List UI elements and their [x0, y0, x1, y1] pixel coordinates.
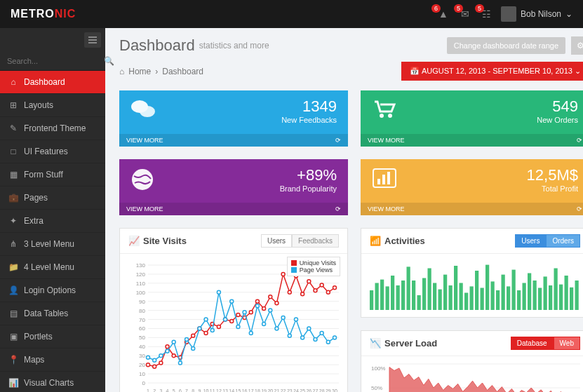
svg-point-101 — [172, 340, 175, 344]
svg-point-108 — [217, 290, 220, 294]
notif-2[interactable]: 5☷ — [482, 8, 491, 20]
sidebar-item-frontend-theme[interactable]: ✎Frontend Theme — [0, 117, 105, 140]
svg-text:21: 21 — [274, 388, 280, 392]
tile-total-profit[interactable]: 12,5M$Total ProfitVIEW MORE⟳ — [361, 159, 583, 215]
svg-text:18: 18 — [255, 388, 260, 392]
sidebar-item-login-options[interactable]: 👤Login Options — [0, 279, 105, 302]
svg-rect-151 — [496, 290, 500, 310]
view-more-link[interactable]: VIEW MORE⟳ — [361, 203, 583, 215]
sidebar-item-portlets[interactable]: ▣Portlets — [0, 325, 105, 349]
svg-text:70: 70 — [139, 317, 145, 323]
sidebar-item-data-tables[interactable]: ▤Data Tables — [0, 302, 105, 325]
svg-point-117 — [275, 327, 279, 330]
svg-rect-141 — [443, 275, 447, 310]
sidebar-item-ui-features[interactable]: □UI Features — [0, 140, 105, 163]
sidebar-toggle[interactable] — [84, 32, 101, 48]
sidebar-item-form-stuff[interactable]: ▦Form Stuff — [0, 163, 105, 187]
chart-icon: 📈 — [128, 236, 140, 246]
svg-point-96 — [333, 286, 337, 290]
tile-brand-popularity[interactable]: +89%Brand PopularityVIEW MORE⟳ — [119, 159, 348, 215]
svg-rect-164 — [565, 276, 568, 310]
nav-icon: ▣ — [8, 332, 18, 342]
tab-feedbacks[interactable]: Feedbacks — [292, 234, 339, 248]
svg-point-74 — [192, 334, 195, 337]
view-more-link[interactable]: VIEW MORE⟳ — [361, 134, 583, 147]
svg-text:20: 20 — [139, 362, 145, 368]
notif-0[interactable]: 6▲ — [438, 8, 448, 20]
svg-rect-148 — [481, 288, 484, 311]
tab-users[interactable]: Users — [261, 234, 292, 248]
svg-point-93 — [314, 289, 317, 292]
svg-text:6: 6 — [179, 388, 182, 392]
tile-new-orders[interactable]: 549New OrdersVIEW MORE⟳ — [361, 90, 583, 147]
svg-point-1 — [140, 106, 155, 117]
svg-point-121 — [301, 336, 304, 339]
svg-text:1: 1 — [147, 388, 149, 392]
sidebar: 🔍 ⌂Dashboard⊞Layouts✎Frontend Theme□UI F… — [0, 28, 105, 392]
svg-point-98 — [153, 358, 156, 362]
sidebar-item-visual-charts[interactable]: 📊Visual Charts — [0, 372, 105, 392]
svg-rect-135 — [412, 281, 415, 310]
svg-text:120: 120 — [136, 271, 146, 278]
svg-text:22: 22 — [281, 388, 286, 392]
view-more-link[interactable]: VIEW MORE⟳ — [119, 134, 348, 147]
svg-point-91 — [301, 292, 304, 296]
tab-orders[interactable]: Orders — [546, 234, 580, 248]
sidebar-item-layouts[interactable]: ⊞Layouts — [0, 94, 105, 117]
sidebar-item-maps[interactable]: 📍Maps — [0, 349, 105, 372]
sidebar-item-dashboard[interactable]: ⌂Dashboard — [0, 71, 105, 94]
comments-icon — [130, 99, 156, 123]
tab-database[interactable]: Database — [511, 337, 554, 350]
svg-point-85 — [262, 307, 266, 311]
svg-point-92 — [307, 280, 311, 283]
nav-icon: ✦ — [8, 216, 18, 226]
search-input[interactable] — [7, 57, 104, 65]
tab-users[interactable]: Users — [515, 234, 546, 248]
gear-icon[interactable]: ⚙ — [571, 36, 583, 55]
svg-rect-136 — [417, 295, 421, 310]
svg-rect-131 — [391, 276, 394, 310]
svg-rect-144 — [460, 283, 463, 311]
svg-rect-146 — [470, 286, 474, 310]
svg-text:30: 30 — [139, 353, 145, 359]
nav-icon: ▦ — [8, 170, 18, 180]
view-more-link[interactable]: VIEW MORE⟳ — [119, 203, 348, 215]
sidebar-item-pages[interactable]: 💼Pages — [0, 187, 105, 210]
sidebar-item-3-level-menu[interactable]: ⋔3 Level Menu — [0, 233, 105, 256]
svg-text:3: 3 — [159, 388, 162, 392]
chart-legend: Unique Visits Page Views — [287, 257, 340, 276]
svg-text:26: 26 — [306, 388, 311, 392]
svg-point-119 — [288, 334, 291, 337]
svg-text:50: 50 — [139, 334, 145, 341]
tab-web[interactable]: Web — [554, 337, 580, 350]
svg-point-125 — [326, 340, 330, 344]
user-menu[interactable]: Bob Nilson ⌄ — [501, 6, 572, 22]
load-icon: 📉 — [370, 338, 381, 349]
breadcrumb-home[interactable]: Home — [128, 67, 151, 76]
svg-text:19: 19 — [261, 388, 267, 392]
svg-point-114 — [255, 304, 259, 308]
svg-rect-130 — [386, 286, 389, 310]
sidebar-item-4-level-menu[interactable]: 📁4 Level Menu — [0, 256, 105, 279]
topbar: METRONIC 6▲5✉5☷ Bob Nilson ⌄ — [0, 0, 583, 28]
chevron-down-icon: ⌄ — [565, 9, 572, 19]
svg-point-95 — [326, 290, 330, 294]
notif-1[interactable]: 5✉ — [461, 8, 469, 20]
svg-rect-143 — [454, 266, 457, 310]
change-range-button[interactable]: Change dashboard date range — [447, 37, 565, 54]
arrow-icon: ⟳ — [577, 205, 582, 212]
svg-rect-6 — [377, 179, 380, 184]
sidebar-item-extra[interactable]: ✦Extra — [0, 210, 105, 233]
svg-point-118 — [281, 316, 285, 319]
svg-rect-149 — [485, 265, 489, 310]
svg-rect-129 — [380, 280, 384, 310]
svg-text:5: 5 — [173, 388, 175, 392]
svg-point-99 — [159, 354, 163, 358]
date-range-picker[interactable]: 📅 AUGUST 12, 2013 - SEPTEMBER 10, 2013 ⌄ — [401, 62, 583, 81]
svg-point-107 — [210, 329, 214, 332]
svg-rect-159 — [538, 288, 542, 311]
tile-new-feedbacks[interactable]: 1349New FeedbacksVIEW MORE⟳ — [119, 90, 348, 147]
logo[interactable]: METRONIC — [11, 8, 76, 20]
svg-text:20: 20 — [267, 388, 273, 392]
calendar-icon: 📅 — [410, 67, 420, 75]
